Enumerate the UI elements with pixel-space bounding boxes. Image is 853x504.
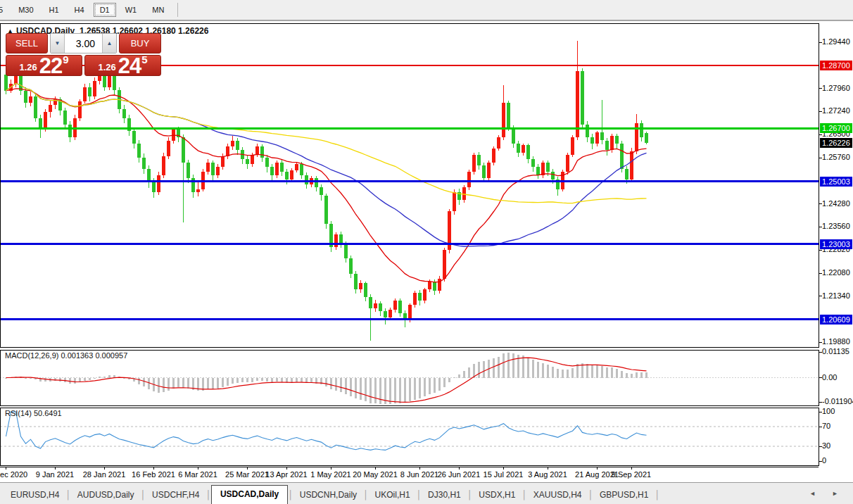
date-label: 25 Mar 2021 (225, 470, 269, 479)
price-level-badge-1.23003: 1.23003 (820, 239, 852, 249)
buy-price-prefix: 1.26 (98, 63, 115, 72)
date-label: 13 Apr 2021 (265, 470, 307, 479)
volume-input[interactable]: 3.00 (65, 34, 102, 53)
buy-price-big: 24 (118, 57, 141, 75)
date-label: 19 Dec 2020 (0, 470, 27, 479)
tab-separator: │ (288, 490, 293, 504)
macd-tick-0.00: 0.00 (822, 373, 853, 382)
price-level-badge-1.25003: 1.25003 (820, 177, 852, 187)
rsi-tick-30: 30 (822, 441, 853, 451)
chart-tab-eurusd-h4[interactable]: EURUSD,H4 (4, 486, 65, 504)
date-label: 1 May 2021 (310, 470, 350, 479)
tab-separator: │ (467, 490, 473, 504)
date-label: 15 Jul 2021 (484, 470, 524, 479)
tab-scroll-left-icon[interactable]: ◄ (809, 490, 816, 497)
price-tick-1.27240: 1.27240 (822, 106, 853, 115)
price-tick-1.21340: 1.21340 (822, 291, 853, 301)
volume-increase-icon[interactable]: ▲ (102, 34, 116, 53)
tab-separator: │ (417, 490, 422, 504)
tab-separator: │ (522, 490, 527, 504)
chart-tab-usdcad-daily[interactable]: USDCAD,Daily (211, 485, 288, 504)
date-label: 8 Jun 2021 (400, 470, 438, 479)
tab-separator: │ (655, 490, 660, 504)
chart-tab-usdx-h1[interactable]: USDX,H1 (472, 486, 522, 504)
date-label: 9 Jan 2021 (36, 470, 74, 479)
tab-separator: │ (141, 490, 146, 504)
macd-indicator-label: MACD(12,26,9) 0.001363 0.000957 (5, 351, 127, 360)
volume-decrease-icon[interactable]: ▼ (51, 34, 65, 53)
macd-tick--0.011904: -0.011904 (822, 397, 853, 406)
chart-tab-xauusd-h4[interactable]: XAUUSD,H4 (527, 486, 588, 504)
price-level-badge-1.26700: 1.26700 (820, 123, 852, 133)
volume-spinner: ▼ 3.00 ▲ (50, 33, 117, 53)
date-label: 3 Aug 2021 (528, 470, 567, 479)
date-label: 28 Jan 2021 (83, 470, 126, 479)
rsi-tick-0: 0 (822, 456, 853, 465)
sell-button[interactable]: SELL (6, 33, 48, 53)
tab-scroll-right-icon[interactable]: ► (832, 490, 838, 497)
buy-button[interactable]: BUY (119, 33, 161, 53)
price-level-badge-1.28700: 1.28700 (820, 61, 852, 70)
one-click-trade-panel: SELL ▼ 3.00 ▲ BUY 1.26 22 9 1.26 24 5 (6, 33, 161, 76)
sell-price-prefix: 1.26 (19, 63, 37, 72)
date-label: 6 Mar 2021 (178, 470, 217, 479)
date-label: 16 Feb 2021 (132, 470, 175, 479)
tab-separator: │ (363, 490, 369, 504)
price-level-badge-1.20609: 1.20609 (820, 315, 852, 325)
price-tick-1.24280: 1.24280 (822, 199, 853, 208)
trading-terminal: 5M30H1H4D1W1MN ▲USDCAD,Daily 1.26538 1.2… (0, 0, 853, 504)
date-label: 20 May 2021 (353, 470, 398, 479)
price-tick-1.19880: 1.19880 (822, 337, 853, 346)
chart-tab-usdchf-h4[interactable]: USDCHF,H4 (146, 486, 206, 504)
buy-price-box[interactable]: 1.26 24 5 (84, 55, 161, 76)
rsi-tick-100: 100 (822, 407, 853, 416)
tab-separator: │ (65, 490, 71, 504)
buy-price-sup: 5 (141, 54, 147, 65)
current-price-badge: 1.26226 (820, 138, 852, 148)
price-tick-1.25760: 1.25760 (822, 153, 853, 162)
price-tick-1.22080: 1.22080 (822, 268, 853, 277)
rsi-indicator-label: RSI(14) 50.6491 (5, 409, 62, 417)
chart-tab-audusd-daily[interactable]: AUDUSD,Daily (71, 486, 141, 504)
date-label: 26 Jun 2021 (438, 470, 481, 479)
rsi-tick-70: 70 (822, 422, 853, 431)
chart-tab-usdcnh-daily[interactable]: USDCNH,Daily (293, 486, 363, 504)
chart-tab-ukoil-h1[interactable]: UKOil,H1 (369, 486, 417, 504)
date-label: 9 Sep 2021 (612, 470, 651, 479)
sell-price-sup: 9 (63, 54, 68, 65)
chart-tab-bar: EURUSD,H4│AUDUSD,Daily│USDCHF,H4│USDCAD,… (0, 482, 853, 504)
price-tick-1.27960: 1.27960 (822, 84, 853, 93)
sell-price-big: 22 (39, 57, 62, 75)
price-tick-1.23560: 1.23560 (822, 222, 853, 231)
chart-tab-gbpusd-h1[interactable]: GBPUSD,H1 (593, 486, 655, 504)
chart-tab-dj30-h1[interactable]: DJ30,H1 (422, 486, 467, 504)
macd-tick-0.01135: 0.01135 (822, 347, 853, 356)
tab-separator: │ (206, 490, 211, 504)
tab-separator: │ (588, 490, 594, 504)
sell-price-box[interactable]: 1.26 22 9 (6, 55, 82, 76)
price-tick-1.29440: 1.29440 (822, 37, 853, 46)
